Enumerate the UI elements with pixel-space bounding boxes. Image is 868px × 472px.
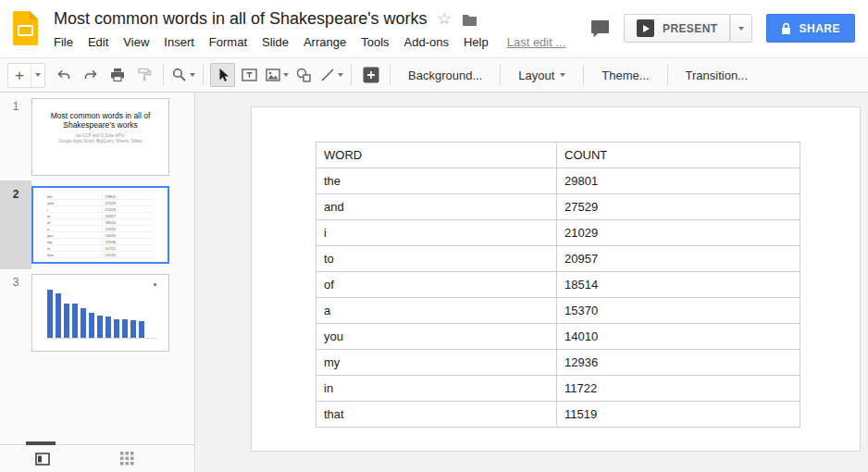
- table-cell[interactable]: i: [316, 220, 557, 246]
- menu-file[interactable]: File: [54, 33, 81, 51]
- transition-button[interactable]: Transition...: [674, 63, 760, 87]
- menu-insert[interactable]: Insert: [156, 33, 202, 51]
- table-cell[interactable]: in: [316, 376, 557, 402]
- menu-items: FileEditViewInsertFormatSlideArrangeTool…: [54, 33, 496, 51]
- new-slide-options[interactable]: [31, 64, 44, 87]
- table-cell[interactable]: to: [316, 246, 557, 272]
- table-row: i21029: [316, 220, 800, 246]
- menu-help[interactable]: Help: [456, 33, 496, 51]
- table-cell[interactable]: 15370: [557, 298, 800, 324]
- table-row: you14010: [316, 324, 800, 350]
- word-count-table[interactable]: WORDCOUNT the29801and27529i21029to20957o…: [316, 142, 800, 428]
- new-slide-button[interactable]: +: [7, 63, 45, 88]
- table-cell[interactable]: 18514: [557, 272, 800, 298]
- google-slides-logo-icon[interactable]: [13, 11, 38, 45]
- doc-title[interactable]: Most common words in all of Shakespeare'…: [54, 9, 428, 29]
- table-cell[interactable]: 21029: [557, 220, 800, 246]
- table-cell[interactable]: that: [316, 402, 557, 428]
- shape-icon: [295, 67, 313, 83]
- theme-button[interactable]: Theme...: [589, 63, 661, 87]
- redo-button[interactable]: [78, 63, 103, 87]
- menu-format[interactable]: Format: [202, 33, 254, 51]
- menu-arrange[interactable]: Arrange: [296, 33, 353, 51]
- folder-move-icon[interactable]: [462, 13, 477, 26]
- insert-image-button[interactable]: [264, 63, 290, 87]
- table-cell[interactable]: you: [316, 324, 557, 350]
- filmstrip-scrollbar-thumb[interactable]: [26, 441, 56, 445]
- slide-2-thumbnail-selected[interactable]: the29801and27529i21029to20957of18514a153…: [31, 186, 169, 264]
- comments-button[interactable]: [590, 19, 610, 38]
- chevron-down-icon: [283, 73, 289, 77]
- word-count-table-head-row: WORDCOUNT: [316, 143, 800, 168]
- slide-thumbnail-row-1[interactable]: 1 Most common words in all of Shakespear…: [0, 98, 194, 176]
- last-edit-link[interactable]: Last edit ...: [507, 35, 566, 49]
- table-cell[interactable]: my: [316, 350, 557, 376]
- thumb-bar-chart: [32, 275, 168, 351]
- slide-3-thumbnail[interactable]: [31, 274, 169, 352]
- filmstrip-footer: [0, 444, 194, 472]
- slide-thumbnail-row-3[interactable]: 3: [0, 274, 194, 352]
- table-cell[interactable]: 29801: [557, 168, 800, 194]
- grid-view-button[interactable]: [120, 452, 134, 466]
- table-row: of18514: [316, 272, 800, 298]
- print-button[interactable]: [105, 63, 130, 87]
- mini-bar: [64, 304, 69, 338]
- table-cell[interactable]: 20957: [557, 246, 800, 272]
- menu-view[interactable]: View: [116, 33, 156, 51]
- text-box-button[interactable]: [237, 63, 262, 87]
- table-cell[interactable]: the: [316, 168, 557, 194]
- background-label: Background...: [408, 68, 482, 82]
- table-cell[interactable]: and: [316, 194, 557, 220]
- mini-bar: [122, 319, 128, 338]
- word-count-table-body: the29801and27529i21029to20957of18514a153…: [316, 168, 800, 428]
- filmstrip-panel: 1 Most common words in all of Shakespear…: [0, 93, 195, 472]
- table-cell[interactable]: a: [316, 298, 557, 324]
- table-header-cell[interactable]: WORD: [316, 143, 557, 168]
- table-row: that11519: [316, 402, 800, 428]
- table-cell[interactable]: of: [316, 272, 557, 298]
- menu-edit[interactable]: Edit: [81, 33, 116, 51]
- present-options-button[interactable]: [730, 14, 752, 43]
- chevron-down-icon: [738, 27, 744, 31]
- table-row: and27529: [316, 194, 800, 220]
- paint-format-button[interactable]: [131, 63, 156, 87]
- present-label: PRESENT: [663, 22, 717, 35]
- slide-thumbnail-row-2[interactable]: 2 the29801and27529i21029to20957of18514a1…: [0, 180, 194, 269]
- slide-page[interactable]: WORDCOUNT the29801and27529i21029to20957o…: [251, 106, 861, 452]
- slide-1-thumbnail[interactable]: Most common words in all of Shakespeare'…: [31, 98, 169, 176]
- select-tool-button[interactable]: [210, 63, 235, 87]
- slide-number: 2: [0, 186, 31, 264]
- table-cell[interactable]: 14010: [557, 324, 800, 350]
- present-button[interactable]: PRESENT: [624, 14, 730, 43]
- table-cell[interactable]: 11519: [557, 402, 800, 428]
- plus-icon: +: [8, 68, 31, 83]
- cursor-arrow-icon: [215, 67, 231, 83]
- mini-bar: [130, 320, 136, 338]
- menu-tools[interactable]: Tools: [353, 33, 396, 51]
- menu-slide[interactable]: Slide: [254, 33, 296, 51]
- mini-bar: [47, 290, 53, 338]
- lock-icon: [781, 22, 791, 35]
- mini-table-row: my12936: [47, 239, 154, 245]
- table-cell[interactable]: 12936: [557, 350, 800, 376]
- undo-button[interactable]: [51, 63, 76, 87]
- share-button[interactable]: SHARE: [766, 14, 855, 43]
- layout-label: Layout: [518, 68, 554, 82]
- table-header-cell[interactable]: COUNT: [557, 143, 800, 168]
- comment-icon: [590, 19, 610, 38]
- mini-bar: [89, 313, 94, 338]
- insert-comment-button[interactable]: [358, 63, 383, 87]
- layout-button[interactable]: Layout: [506, 63, 577, 87]
- background-button[interactable]: Background...: [396, 63, 494, 87]
- line-tool-button[interactable]: [318, 63, 344, 87]
- theme-label: Theme...: [601, 68, 649, 82]
- filmstrip-view-button[interactable]: [35, 453, 50, 466]
- table-cell[interactable]: 27529: [557, 194, 800, 220]
- table-cell[interactable]: 11722: [557, 376, 800, 402]
- slide-canvas-area[interactable]: WORDCOUNT the29801and27529i21029to20957o…: [195, 93, 868, 472]
- zoom-button[interactable]: [170, 63, 196, 87]
- menu-add-ons[interactable]: Add-ons: [397, 33, 456, 51]
- star-icon[interactable]: ☆: [438, 11, 452, 27]
- table-row: a15370: [316, 298, 800, 324]
- shape-button[interactable]: [291, 63, 316, 87]
